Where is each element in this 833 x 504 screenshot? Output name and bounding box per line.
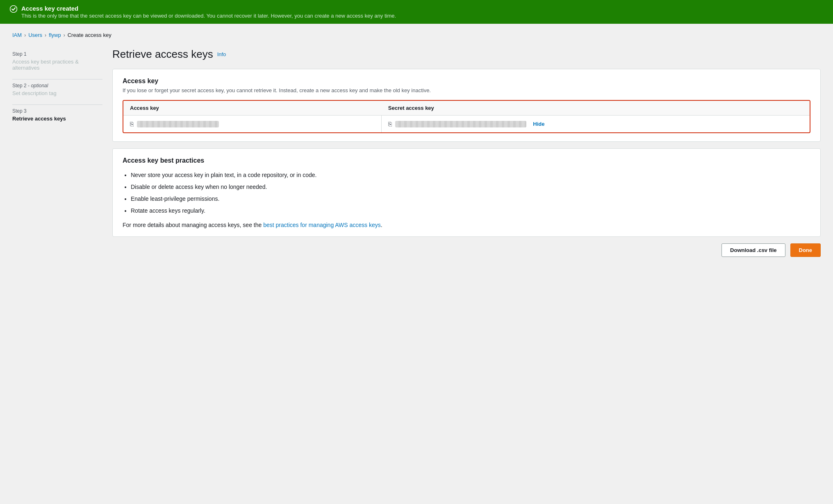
col-header-access-key: Access key xyxy=(123,101,382,116)
best-practices-card-body: Access key best practices Never store yo… xyxy=(113,149,820,236)
breadcrumb-sep-2: › xyxy=(45,32,46,38)
sidebar: Step 1 Access key best practices & alter… xyxy=(12,48,102,257)
step-2: Step 2 - optional Set description tag xyxy=(12,79,102,104)
check-icon xyxy=(10,5,17,14)
copy-secret-key-icon[interactable]: ⎘ xyxy=(388,120,392,127)
access-key-card-body: Access key If you lose or forget your se… xyxy=(113,69,820,141)
banner-title: Access key created xyxy=(21,5,396,12)
step-1: Step 1 Access key best practices & alter… xyxy=(12,48,102,79)
step-2-title: Set description tag xyxy=(12,90,102,96)
more-details: For more details about managing access k… xyxy=(123,222,810,228)
secret-key-value xyxy=(395,121,526,127)
list-item: Enable least-privilege permissions. xyxy=(131,195,810,203)
secret-key-cell: ⎘ Hide xyxy=(388,120,803,127)
key-table-wrapper: Access key Secret access key ⎘ xyxy=(123,100,810,133)
success-banner: Access key created This is the only time… xyxy=(0,0,833,24)
hide-link[interactable]: Hide xyxy=(533,121,544,127)
svg-point-0 xyxy=(10,6,17,13)
footer-actions: Download .csv file Done xyxy=(112,243,821,257)
copy-access-key-icon[interactable]: ⎘ xyxy=(130,120,134,127)
breadcrumb-sep-3: › xyxy=(64,32,65,38)
step-2-label: Step 2 - optional xyxy=(12,83,102,89)
done-button[interactable]: Done xyxy=(790,243,821,257)
page-title: Retrieve access keys xyxy=(112,48,213,61)
banner-description: This is the only time that the secret ac… xyxy=(21,13,396,19)
step-1-label: Step 1 xyxy=(12,51,102,57)
key-table: Access key Secret access key ⎘ xyxy=(123,101,810,132)
list-item: Disable or delete access key when no lon… xyxy=(131,183,810,191)
best-practices-card: Access key best practices Never store yo… xyxy=(112,148,821,237)
step-3: Step 3 Retrieve access keys xyxy=(12,105,102,130)
access-key-cell: ⎘ xyxy=(130,120,375,127)
access-key-value xyxy=(137,121,219,127)
step-3-label: Step 3 xyxy=(12,108,102,114)
key-table-row: ⎘ ⎘ Hide xyxy=(123,116,810,133)
breadcrumb-sep-1: › xyxy=(24,32,26,38)
breadcrumb-current: Create access key xyxy=(68,32,112,38)
download-csv-button[interactable]: Download .csv file xyxy=(721,243,785,257)
breadcrumb-users[interactable]: Users xyxy=(28,32,42,38)
breadcrumb-iam[interactable]: IAM xyxy=(12,32,22,38)
page-container: IAM › Users › flywp › Create access key … xyxy=(0,24,833,503)
breadcrumb: IAM › Users › flywp › Create access key xyxy=(12,32,821,38)
best-practices-title: Access key best practices xyxy=(123,157,810,164)
best-practices-list: Never store your access key in plain tex… xyxy=(123,171,810,215)
main-content: Retrieve access keys Info Access key If … xyxy=(112,48,821,257)
breadcrumb-flywp[interactable]: flywp xyxy=(49,32,61,38)
list-item: Never store your access key in plain tex… xyxy=(131,171,810,179)
best-practices-link[interactable]: best practices for managing AWS access k… xyxy=(263,222,381,228)
access-key-card-title: Access key xyxy=(123,77,810,85)
access-key-card-desc: If you lose or forget your secret access… xyxy=(123,87,810,93)
col-header-secret-key: Secret access key xyxy=(382,101,810,116)
step-3-title: Retrieve access keys xyxy=(12,116,102,122)
list-item: Rotate access keys regularly. xyxy=(131,207,810,215)
content-layout: Step 1 Access key best practices & alter… xyxy=(12,48,821,257)
banner-content: Access key created This is the only time… xyxy=(21,5,396,19)
step-1-title: Access key best practices & alternatives xyxy=(12,59,102,71)
access-key-card: Access key If you lose or forget your se… xyxy=(112,69,821,142)
page-title-row: Retrieve access keys Info xyxy=(112,48,821,61)
info-link[interactable]: Info xyxy=(217,51,226,57)
